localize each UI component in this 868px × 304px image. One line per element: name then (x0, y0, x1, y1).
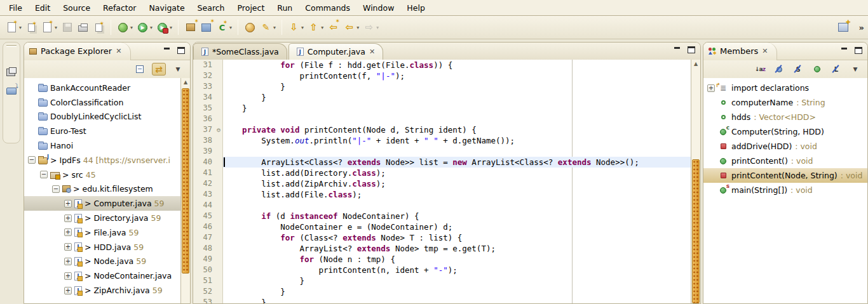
code-line[interactable]: 40 ArrayList<Class<? extends Node>> list… (193, 157, 691, 168)
menu-source[interactable]: Source (57, 1, 97, 15)
code-line[interactable]: 45 if (d instanceof NodeContainer) { (193, 211, 691, 221)
new-java-package-button[interactable] (198, 20, 214, 36)
code-line[interactable]: 53 } (193, 297, 691, 303)
member-row[interactable]: addDrive(HDD) : void (703, 139, 867, 154)
tree-row[interactable]: ColorClassification (24, 95, 180, 110)
menu-navigate[interactable]: Navigate (143, 1, 191, 15)
code-line[interactable]: 51 } (193, 275, 691, 286)
fold-collapse-icon[interactable]: ⊖ (215, 124, 223, 135)
run-last-button[interactable]: ▶▾ (154, 20, 174, 36)
minimize-button[interactable] (841, 47, 848, 54)
code-line[interactable]: 39 (193, 146, 691, 157)
code-line[interactable]: 52 } (193, 286, 691, 297)
code-line[interactable]: 47 for (Class<? extends Node> T : list) … (193, 232, 691, 243)
close-icon[interactable]: ✕ (762, 47, 768, 55)
expander-plus-icon[interactable]: + (64, 215, 72, 222)
menu-refactor[interactable]: Refactor (97, 1, 142, 15)
view-menu-button[interactable]: ▼ (171, 63, 185, 76)
expander-plus-icon[interactable]: + (64, 228, 72, 236)
code-line[interactable]: 36 (193, 114, 691, 124)
view-menu-button[interactable]: ▼ (848, 63, 862, 76)
editor-tab-someclassjava[interactable]: J*SomeClass.java (193, 43, 287, 60)
expander-minus-icon[interactable]: − (52, 185, 60, 193)
member-row[interactable]: hdds : Vector<HDD> (703, 110, 867, 124)
maximize-button[interactable] (855, 47, 862, 54)
expander-plus-icon[interactable]: + (64, 258, 72, 265)
previous-annotation-button[interactable]: ⇧▾ (306, 20, 325, 36)
editor-tab-computerjava[interactable]: JComputer.java✕ (288, 43, 383, 60)
dropdown-arrow-icon[interactable]: ▾ (273, 25, 276, 30)
open-type-button[interactable] (242, 20, 258, 36)
menu-commands[interactable]: Commands (299, 1, 356, 15)
code-line[interactable]: 38 System.out.println("|-" + ident + " "… (193, 135, 691, 146)
tree-row[interactable]: −> src45 (24, 168, 180, 182)
next-annotation-button[interactable]: ⇩▾ (286, 20, 306, 36)
scroll-up-icon[interactable]: ▲ (691, 60, 700, 69)
code-line[interactable]: 44 (193, 200, 691, 211)
dropdown-arrow-icon[interactable]: ▾ (320, 25, 323, 30)
dropdown-arrow-icon[interactable]: ▾ (301, 25, 304, 30)
code-line[interactable]: 46 NodeContainer e = (NodeContainer) d; (193, 221, 691, 232)
restore-views-icon[interactable] (9, 67, 17, 74)
expander-minus-icon[interactable]: − (28, 156, 36, 164)
new-class-button[interactable]: C▾ (214, 20, 234, 36)
dropdown-arrow-icon[interactable]: ▾ (54, 25, 57, 30)
code-line[interactable]: 35 } (193, 103, 691, 114)
code-line[interactable]: 34 } (193, 92, 691, 103)
menu-file[interactable]: File (3, 1, 29, 15)
code-line[interactable]: 50 printContent(n, ident + "-"); (193, 265, 691, 275)
tree-row[interactable]: −> edu.kit.filesystem (24, 182, 180, 197)
member-row[interactable]: printContent() : void (703, 154, 867, 168)
toolbar-overflow-chevron[interactable]: » (859, 23, 864, 32)
minimize-button[interactable] (674, 46, 681, 53)
dropdown-arrow-icon[interactable]: ▾ (149, 25, 153, 30)
sort-button[interactable]: ↓az (753, 63, 767, 76)
minimize-button[interactable] (163, 47, 171, 54)
expander-plus-icon[interactable]: + (707, 84, 715, 92)
drag-handle[interactable] (6, 45, 17, 47)
collapse-all-button[interactable]: − (133, 63, 147, 76)
hide-fields-button[interactable] (772, 63, 786, 76)
menu-edit[interactable]: Edit (29, 1, 57, 15)
code-line[interactable]: 43 list.add(File.class); (193, 189, 691, 200)
code-line[interactable]: 33 } (193, 81, 691, 92)
new-file-button[interactable]: ▾ (39, 20, 59, 36)
package-explorer-tab[interactable]: Package Explorer ✕ (24, 43, 131, 60)
run-button[interactable]: ▶▾ (135, 20, 154, 36)
tree-row[interactable]: +J> NodeContainer.java (24, 268, 180, 283)
back-button[interactable]: ⇦▾ (341, 20, 361, 36)
tree-row[interactable]: Euro-Test (24, 124, 180, 138)
code-editor[interactable]: 31 for (File f : hdd.get(File.class)) {3… (193, 60, 700, 303)
code-line[interactable]: 49 for (Node n : tmp) { (193, 254, 691, 265)
code-line[interactable]: 32 printContent(f, "|-"); (193, 70, 691, 81)
code-line[interactable]: 48 ArrayList<? extends Node> tmp = e.get… (193, 243, 691, 254)
menu-search[interactable]: Search (191, 1, 231, 15)
member-row[interactable]: +≣import declarations (703, 81, 867, 95)
tree-row[interactable]: +J> Node.java59 (24, 254, 180, 269)
expander-plus-icon[interactable]: + (64, 287, 72, 294)
save-button[interactable] (59, 20, 75, 36)
close-icon[interactable]: ✕ (116, 47, 121, 55)
scrollbar-thumb[interactable] (692, 159, 700, 303)
debug-button[interactable]: ▾ (115, 20, 135, 36)
new-wizard-button[interactable] (24, 20, 39, 36)
expander-plus-icon[interactable]: + (64, 272, 72, 280)
tree-scrollbar[interactable]: ▲ (180, 78, 190, 303)
show-public-button[interactable] (810, 63, 824, 76)
print-button[interactable] (75, 20, 91, 36)
compare-button[interactable] (91, 20, 107, 36)
expander-minus-icon[interactable]: − (40, 171, 48, 178)
new-button[interactable]: ▾ (4, 20, 24, 36)
maximize-button[interactable] (177, 47, 185, 54)
scroll-up-icon[interactable]: ▲ (181, 78, 190, 87)
member-row[interactable]: computerName : String (703, 95, 867, 110)
dropdown-arrow-icon[interactable]: ▾ (376, 25, 379, 30)
tree-row[interactable]: −> IpdFs44 [https://svnserver.i (24, 153, 180, 168)
hide-static-members-button[interactable]: S (791, 63, 805, 76)
dropdown-arrow-icon[interactable]: ▾ (130, 25, 133, 30)
hide-local-types-button[interactable]: L (829, 63, 843, 76)
close-icon[interactable]: ✕ (369, 48, 375, 56)
tree-row[interactable]: +J> Directory.java59 (24, 211, 180, 225)
code-line[interactable]: 41 list.add(Directory.class); (193, 168, 691, 178)
tree-row[interactable]: DoublyLinkedCyclicList (24, 110, 180, 124)
